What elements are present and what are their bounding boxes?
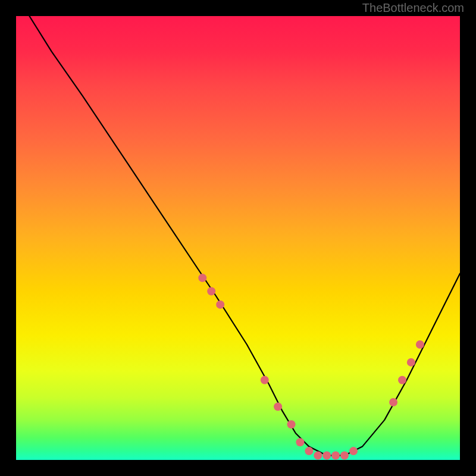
- svg-point-5: [287, 420, 296, 428]
- svg-point-9: [322, 452, 331, 460]
- svg-point-3: [261, 376, 269, 384]
- marker-points: [198, 274, 424, 459]
- svg-point-7: [305, 447, 313, 455]
- watermark-text: TheBottleneck.com: [362, 1, 464, 15]
- svg-point-13: [389, 398, 397, 406]
- svg-point-1: [207, 287, 215, 296]
- svg-point-10: [331, 452, 340, 460]
- svg-point-2: [216, 300, 224, 309]
- chart-frame: TheBottleneck.com: [0, 0, 476, 476]
- svg-point-16: [416, 340, 424, 349]
- svg-point-12: [349, 447, 358, 455]
- curve-layer: [16, 16, 460, 460]
- svg-point-8: [314, 452, 322, 460]
- svg-point-15: [407, 358, 415, 367]
- svg-point-0: [198, 274, 206, 282]
- plot-area: [16, 16, 460, 460]
- svg-point-6: [296, 438, 304, 446]
- svg-point-14: [398, 376, 406, 384]
- svg-point-11: [340, 452, 349, 460]
- curve-path: [29, 16, 460, 456]
- svg-point-4: [274, 403, 282, 411]
